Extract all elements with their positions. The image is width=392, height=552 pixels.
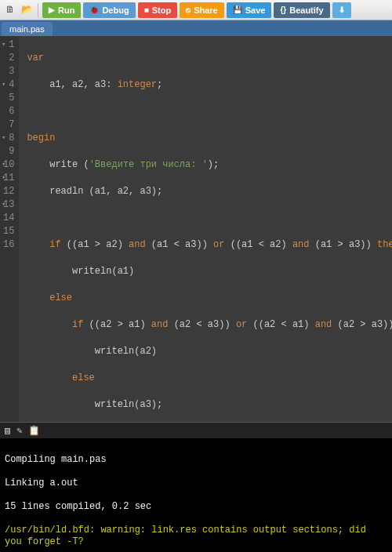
download-button[interactable]: ⬇	[332, 2, 351, 18]
code-text: writeln(a1)	[27, 266, 134, 277]
tab-bar: main.pas	[0, 20, 392, 36]
play-icon: ▶	[49, 5, 55, 14]
code-text: a1, a2, a3:	[27, 79, 117, 90]
code-text: writeln(a3);	[27, 399, 162, 410]
keyword-and: and	[292, 239, 310, 250]
console-line: 15 lines compiled, 0.2 sec	[5, 501, 387, 513]
line-number: 2	[3, 52, 14, 65]
keyword-else: else	[49, 292, 72, 303]
line-number: 16	[3, 238, 14, 252]
code-text: (a1 > a3))	[310, 239, 377, 250]
code-text	[27, 239, 49, 250]
debug-button[interactable]: 🐞Debug	[83, 2, 135, 18]
keyword-and: and	[151, 319, 169, 330]
type-integer: integer	[118, 79, 157, 90]
keyword-and: and	[315, 319, 332, 330]
main-toolbar: 🗎 📂 ▶Run 🐞Debug ■Stop ⎋Share 💾Save {}Bea…	[0, 0, 392, 20]
line-number: 13	[3, 198, 14, 212]
open-file-icon[interactable]: 📂	[20, 3, 34, 17]
code-text: ((a1 < a2)	[224, 239, 292, 250]
code-text: readln (a1, a2, a3);	[27, 186, 162, 197]
keyword-if: if	[72, 319, 83, 330]
code-text	[27, 292, 49, 303]
keyword-if: if	[49, 239, 60, 250]
code-editor[interactable]: 1 2 3 4 5 6 7 8 9 10 11 12 13 14 15 16 v…	[0, 36, 392, 422]
line-number: 15	[3, 225, 14, 238]
line-number: 3	[3, 65, 14, 78]
code-text: ((a1 > a2)	[61, 239, 129, 250]
code-text: ((a2 < a1)	[247, 319, 314, 330]
keyword-and: and	[129, 239, 146, 250]
line-number: 5	[3, 92, 14, 105]
stop-icon: ■	[144, 5, 149, 14]
new-file-icon[interactable]: 🗎	[3, 3, 17, 17]
beautify-button[interactable]: {}Beautify	[274, 2, 329, 18]
save-icon: 💾	[233, 5, 242, 14]
share-label: Share	[194, 5, 218, 15]
keyword-else: else	[72, 372, 95, 383]
string-literal: 'Введите три числа: '	[89, 159, 208, 170]
share-button[interactable]: ⎋Share	[180, 2, 224, 18]
code-text	[27, 319, 72, 330]
keyword-then: then	[377, 239, 392, 250]
line-number: 11	[3, 172, 14, 185]
code-text: writeln(a2)	[27, 346, 157, 357]
code-text: ((a2 > a1)	[83, 319, 151, 330]
code-text: (a2 > a3))	[332, 319, 392, 330]
console-warning: /usr/bin/ld.bfd: warning: link.res conta…	[5, 525, 387, 548]
line-number: 9	[3, 145, 14, 158]
download-icon: ⬇	[339, 5, 345, 14]
line-number: 4	[3, 78, 14, 92]
debug-label: Debug	[102, 5, 129, 15]
tab-main-pas[interactable]: main.pas	[2, 22, 53, 36]
line-number: 1	[3, 38, 14, 52]
braces-icon: {}	[280, 5, 286, 14]
line-number: 12	[3, 185, 14, 198]
code-text: write (	[27, 159, 89, 170]
line-gutter: 1 2 3 4 5 6 7 8 9 10 11 12 13 14 15 16	[0, 36, 19, 422]
wand-icon[interactable]: ✎	[16, 425, 22, 437]
toolbar-separator	[38, 3, 38, 17]
line-number: 14	[3, 212, 14, 225]
input-icon[interactable]: ▤	[5, 425, 10, 437]
stop-label: Stop	[152, 5, 171, 15]
copy-icon[interactable]: 📋	[28, 425, 40, 437]
console-line: Linking a.out	[5, 478, 387, 489]
share-icon: ⎋	[186, 5, 191, 14]
line-number: 6	[3, 105, 14, 118]
console-toolbar: ▤ ✎ 📋	[0, 422, 392, 439]
code-text: );	[208, 159, 219, 170]
console-line: Compiling main.pas	[5, 454, 387, 466]
code-text: (a2 < a3))	[168, 319, 235, 330]
line-number: 8	[3, 132, 14, 145]
console-output[interactable]: Compiling main.pas Linking a.out 15 line…	[0, 439, 392, 552]
bug-icon: 🐞	[89, 5, 99, 14]
keyword-begin: begin	[27, 133, 55, 143]
stop-button[interactable]: ■Stop	[138, 2, 178, 18]
line-number: 7	[3, 118, 14, 132]
keyword-or: or	[213, 239, 224, 250]
keyword-or: or	[236, 319, 247, 330]
code-content[interactable]: var a1, a2, a3: integer; begin write ('В…	[19, 36, 392, 422]
code-text: ;	[157, 79, 162, 90]
run-label: Run	[58, 5, 74, 15]
save-label: Save	[245, 5, 266, 15]
code-text: (a1 < a3))	[146, 239, 213, 250]
beautify-label: Beautify	[289, 5, 323, 15]
line-number: 10	[3, 158, 14, 172]
code-text	[27, 372, 72, 383]
run-button[interactable]: ▶Run	[42, 2, 81, 18]
save-button[interactable]: 💾Save	[227, 2, 272, 18]
keyword-var: var	[27, 53, 44, 64]
